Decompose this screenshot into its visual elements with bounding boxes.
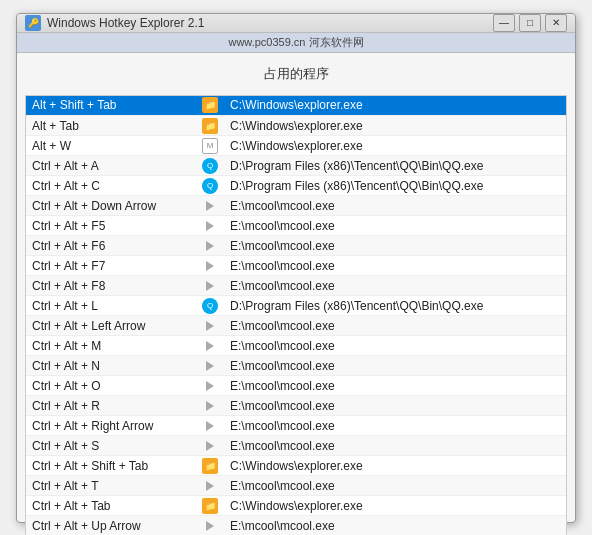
play-icon: [202, 201, 218, 211]
app-icon-cell: [196, 396, 224, 416]
hotkey-cell: Ctrl + Alt + N: [26, 356, 196, 376]
table-row[interactable]: Ctrl + Alt + F6E:\mcool\mcool.exe: [26, 236, 566, 256]
table-row[interactable]: Ctrl + Alt + F5E:\mcool\mcool.exe: [26, 216, 566, 236]
path-cell: E:\mcool\mcool.exe: [224, 476, 566, 496]
app-icon-cell: [196, 516, 224, 536]
hotkey-cell: Ctrl + Alt + Shift + Tab: [26, 456, 196, 476]
app-icon-cell: [196, 196, 224, 216]
table-row[interactable]: Alt + WMC:\Windows\explorer.exe: [26, 136, 566, 156]
app-icon-cell: [196, 256, 224, 276]
play-icon: [202, 521, 218, 531]
path-cell: C:\Windows\explorer.exe: [224, 116, 566, 136]
table-row[interactable]: Ctrl + Alt + OE:\mcool\mcool.exe: [26, 376, 566, 396]
hotkey-cell: Ctrl + Alt + L: [26, 296, 196, 316]
path-cell: D:\Program Files (x86)\Tencent\QQ\Bin\QQ…: [224, 296, 566, 316]
hotkey-cell: Ctrl + Alt + R: [26, 396, 196, 416]
path-cell: E:\mcool\mcool.exe: [224, 396, 566, 416]
path-cell: E:\mcool\mcool.exe: [224, 336, 566, 356]
app-icon-cell: [196, 276, 224, 296]
table-row[interactable]: Ctrl + Alt + LQD:\Program Files (x86)\Te…: [26, 296, 566, 316]
app-icon-cell: Q: [196, 176, 224, 196]
table-row[interactable]: Ctrl + Alt + Left ArrowE:\mcool\mcool.ex…: [26, 316, 566, 336]
qq-icon: Q: [202, 158, 218, 174]
table-row[interactable]: Ctrl + Alt + TE:\mcool\mcool.exe: [26, 476, 566, 496]
table-row[interactable]: Ctrl + Alt + NE:\mcool\mcool.exe: [26, 356, 566, 376]
hotkey-cell: Ctrl + Alt + Tab: [26, 496, 196, 516]
play-icon: [202, 241, 218, 251]
table-row[interactable]: Ctrl + Alt + SE:\mcool\mcool.exe: [26, 436, 566, 456]
path-cell: C:\Windows\explorer.exe: [224, 496, 566, 516]
hotkey-cell: Alt + Tab: [26, 116, 196, 136]
close-button[interactable]: ✕: [545, 14, 567, 32]
path-cell: E:\mcool\mcool.exe: [224, 516, 566, 536]
table-row[interactable]: Ctrl + Alt + RE:\mcool\mcool.exe: [26, 396, 566, 416]
app-icon-cell: 📁: [196, 96, 224, 116]
table-row[interactable]: Ctrl + Alt + Down ArrowE:\mcool\mcool.ex…: [26, 196, 566, 216]
path-cell: E:\mcool\mcool.exe: [224, 216, 566, 236]
play-icon: [202, 401, 218, 411]
play-icon: [202, 221, 218, 231]
hotkey-cell: Ctrl + Alt + F5: [26, 216, 196, 236]
hotkey-cell: Ctrl + Alt + Right Arrow: [26, 416, 196, 436]
play-icon: [202, 341, 218, 351]
path-cell: E:\mcool\mcool.exe: [224, 436, 566, 456]
play-icon: [202, 361, 218, 371]
minimize-button[interactable]: —: [493, 14, 515, 32]
hotkey-cell: Alt + Shift + Tab: [26, 96, 196, 116]
table-row[interactable]: Alt + Tab📁C:\Windows\explorer.exe: [26, 116, 566, 136]
path-cell: E:\mcool\mcool.exe: [224, 376, 566, 396]
hotkey-cell: Ctrl + Alt + Down Arrow: [26, 196, 196, 216]
table-row[interactable]: Ctrl + Alt + AQD:\Program Files (x86)\Te…: [26, 156, 566, 176]
path-cell: D:\Program Files (x86)\Tencent\QQ\Bin\QQ…: [224, 156, 566, 176]
app-icon-cell: [196, 376, 224, 396]
play-icon: [202, 261, 218, 271]
app-icon-cell: [196, 436, 224, 456]
hotkey-cell: Ctrl + Alt + F7: [26, 256, 196, 276]
table-row[interactable]: Ctrl + Alt + F8E:\mcool\mcool.exe: [26, 276, 566, 296]
table-row[interactable]: Ctrl + Alt + ME:\mcool\mcool.exe: [26, 336, 566, 356]
path-cell: E:\mcool\mcool.exe: [224, 196, 566, 216]
path-cell: E:\mcool\mcool.exe: [224, 236, 566, 256]
hotkey-cell: Ctrl + Alt + S: [26, 436, 196, 456]
play-icon: [202, 321, 218, 331]
app-icon-cell: [196, 476, 224, 496]
mcool-icon: M: [202, 138, 218, 154]
explorer-icon: 📁: [202, 118, 218, 134]
hotkey-cell: Ctrl + Alt + M: [26, 336, 196, 356]
path-cell: E:\mcool\mcool.exe: [224, 256, 566, 276]
main-window: 🔑 Windows Hotkey Explorer 2.1 — □ ✕ www.…: [16, 13, 576, 523]
watermark-text: www.pc0359.cn 河东软件网: [228, 36, 363, 48]
table-row[interactable]: Ctrl + Alt + CQD:\Program Files (x86)\Te…: [26, 176, 566, 196]
table-row[interactable]: Alt + Shift + Tab📁C:\Windows\explorer.ex…: [26, 96, 566, 116]
explorer-icon: 📁: [202, 458, 218, 474]
qq-icon: Q: [202, 298, 218, 314]
path-cell: C:\Windows\explorer.exe: [224, 136, 566, 156]
hotkey-cell: Ctrl + Alt + C: [26, 176, 196, 196]
hotkey-cell: Ctrl + Alt + Up Arrow: [26, 516, 196, 536]
window-title: Windows Hotkey Explorer 2.1: [47, 16, 493, 30]
hotkey-table-container[interactable]: Alt + Shift + Tab📁C:\Windows\explorer.ex…: [25, 95, 567, 536]
hotkey-cell: Ctrl + Alt + F8: [26, 276, 196, 296]
path-cell: E:\mcool\mcool.exe: [224, 356, 566, 376]
app-icon: 🔑: [25, 15, 41, 31]
table-row[interactable]: Ctrl + Alt + Up ArrowE:\mcool\mcool.exe: [26, 516, 566, 536]
hotkey-cell: Ctrl + Alt + A: [26, 156, 196, 176]
hotkey-cell: Ctrl + Alt + F6: [26, 236, 196, 256]
app-icon-cell: 📁: [196, 496, 224, 516]
hotkey-cell: Ctrl + Alt + O: [26, 376, 196, 396]
play-icon: [202, 481, 218, 491]
app-icon-cell: 📁: [196, 456, 224, 476]
hotkey-cell: Ctrl + Alt + Left Arrow: [26, 316, 196, 336]
app-icon-cell: Q: [196, 156, 224, 176]
watermark-bar: www.pc0359.cn 河东软件网: [17, 33, 575, 53]
path-cell: E:\mcool\mcool.exe: [224, 276, 566, 296]
table-row[interactable]: Ctrl + Alt + F7E:\mcool\mcool.exe: [26, 256, 566, 276]
explorer-icon: 📁: [202, 97, 218, 113]
table-row[interactable]: Ctrl + Alt + Tab📁C:\Windows\explorer.exe: [26, 496, 566, 516]
content-area: 占用的程序 Alt + Shift + Tab📁C:\Windows\explo…: [17, 53, 575, 536]
maximize-button[interactable]: □: [519, 14, 541, 32]
title-bar: 🔑 Windows Hotkey Explorer 2.1 — □ ✕: [17, 14, 575, 33]
table-row[interactable]: Ctrl + Alt + Shift + Tab📁C:\Windows\expl…: [26, 456, 566, 476]
table-row[interactable]: Ctrl + Alt + Right ArrowE:\mcool\mcool.e…: [26, 416, 566, 436]
app-icon-cell: [196, 416, 224, 436]
